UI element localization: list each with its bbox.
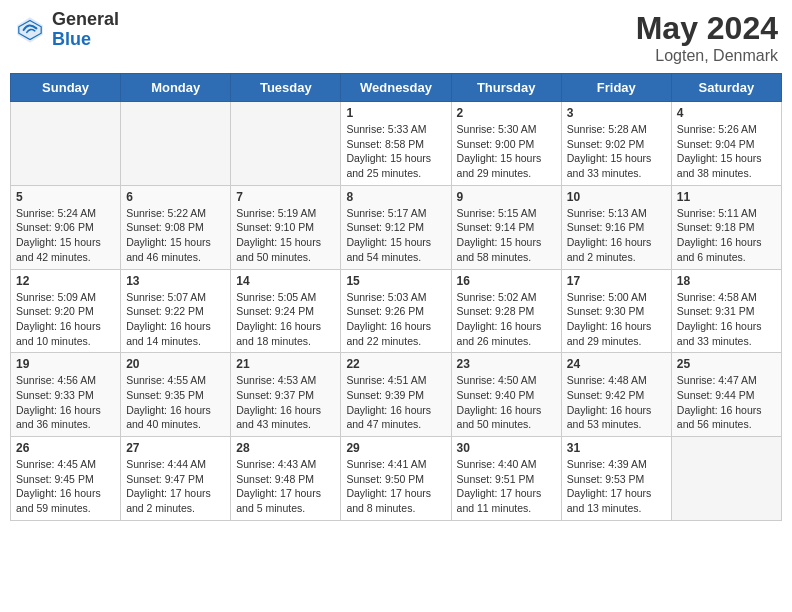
day-number: 25 (677, 357, 776, 371)
calendar-cell: 21Sunrise: 4:53 AM Sunset: 9:37 PM Dayli… (231, 353, 341, 437)
day-info: Sunrise: 4:50 AM Sunset: 9:40 PM Dayligh… (457, 373, 556, 432)
calendar-cell: 3Sunrise: 5:28 AM Sunset: 9:02 PM Daylig… (561, 102, 671, 186)
day-number: 3 (567, 106, 666, 120)
day-info: Sunrise: 4:43 AM Sunset: 9:48 PM Dayligh… (236, 457, 335, 516)
day-number: 23 (457, 357, 556, 371)
day-number: 24 (567, 357, 666, 371)
calendar-cell: 17Sunrise: 5:00 AM Sunset: 9:30 PM Dayli… (561, 269, 671, 353)
day-info: Sunrise: 5:17 AM Sunset: 9:12 PM Dayligh… (346, 206, 445, 265)
day-number: 26 (16, 441, 115, 455)
day-number: 17 (567, 274, 666, 288)
day-number: 22 (346, 357, 445, 371)
day-number: 6 (126, 190, 225, 204)
title-block: May 2024 Logten, Denmark (636, 10, 778, 65)
day-info: Sunrise: 5:03 AM Sunset: 9:26 PM Dayligh… (346, 290, 445, 349)
day-info: Sunrise: 5:05 AM Sunset: 9:24 PM Dayligh… (236, 290, 335, 349)
calendar-cell: 28Sunrise: 4:43 AM Sunset: 9:48 PM Dayli… (231, 437, 341, 521)
calendar-cell: 1Sunrise: 5:33 AM Sunset: 8:58 PM Daylig… (341, 102, 451, 186)
calendar-header: SundayMondayTuesdayWednesdayThursdayFrid… (11, 74, 782, 102)
day-info: Sunrise: 5:07 AM Sunset: 9:22 PM Dayligh… (126, 290, 225, 349)
week-row-2: 5Sunrise: 5:24 AM Sunset: 9:06 PM Daylig… (11, 185, 782, 269)
calendar-cell: 5Sunrise: 5:24 AM Sunset: 9:06 PM Daylig… (11, 185, 121, 269)
calendar-cell: 2Sunrise: 5:30 AM Sunset: 9:00 PM Daylig… (451, 102, 561, 186)
day-number: 27 (126, 441, 225, 455)
logo-text: General Blue (52, 10, 119, 50)
day-header-friday: Friday (561, 74, 671, 102)
day-info: Sunrise: 5:13 AM Sunset: 9:16 PM Dayligh… (567, 206, 666, 265)
calendar-cell: 16Sunrise: 5:02 AM Sunset: 9:28 PM Dayli… (451, 269, 561, 353)
day-info: Sunrise: 5:09 AM Sunset: 9:20 PM Dayligh… (16, 290, 115, 349)
day-number: 21 (236, 357, 335, 371)
day-number: 2 (457, 106, 556, 120)
week-row-1: 1Sunrise: 5:33 AM Sunset: 8:58 PM Daylig… (11, 102, 782, 186)
calendar-cell: 15Sunrise: 5:03 AM Sunset: 9:26 PM Dayli… (341, 269, 451, 353)
calendar-table: SundayMondayTuesdayWednesdayThursdayFrid… (10, 73, 782, 521)
day-info: Sunrise: 4:40 AM Sunset: 9:51 PM Dayligh… (457, 457, 556, 516)
day-info: Sunrise: 5:28 AM Sunset: 9:02 PM Dayligh… (567, 122, 666, 181)
day-number: 11 (677, 190, 776, 204)
day-info: Sunrise: 4:39 AM Sunset: 9:53 PM Dayligh… (567, 457, 666, 516)
calendar-cell (671, 437, 781, 521)
calendar-cell: 23Sunrise: 4:50 AM Sunset: 9:40 PM Dayli… (451, 353, 561, 437)
day-number: 7 (236, 190, 335, 204)
calendar-cell (231, 102, 341, 186)
day-info: Sunrise: 4:44 AM Sunset: 9:47 PM Dayligh… (126, 457, 225, 516)
logo-blue: Blue (52, 30, 119, 50)
day-info: Sunrise: 4:53 AM Sunset: 9:37 PM Dayligh… (236, 373, 335, 432)
day-info: Sunrise: 4:48 AM Sunset: 9:42 PM Dayligh… (567, 373, 666, 432)
calendar-cell: 7Sunrise: 5:19 AM Sunset: 9:10 PM Daylig… (231, 185, 341, 269)
calendar-cell: 9Sunrise: 5:15 AM Sunset: 9:14 PM Daylig… (451, 185, 561, 269)
day-header-thursday: Thursday (451, 74, 561, 102)
day-info: Sunrise: 4:47 AM Sunset: 9:44 PM Dayligh… (677, 373, 776, 432)
day-number: 9 (457, 190, 556, 204)
day-number: 16 (457, 274, 556, 288)
calendar-cell: 6Sunrise: 5:22 AM Sunset: 9:08 PM Daylig… (121, 185, 231, 269)
day-number: 30 (457, 441, 556, 455)
calendar-cell: 10Sunrise: 5:13 AM Sunset: 9:16 PM Dayli… (561, 185, 671, 269)
week-row-3: 12Sunrise: 5:09 AM Sunset: 9:20 PM Dayli… (11, 269, 782, 353)
day-header-sunday: Sunday (11, 74, 121, 102)
logo-general: General (52, 10, 119, 30)
day-info: Sunrise: 5:15 AM Sunset: 9:14 PM Dayligh… (457, 206, 556, 265)
day-info: Sunrise: 5:02 AM Sunset: 9:28 PM Dayligh… (457, 290, 556, 349)
day-number: 10 (567, 190, 666, 204)
day-number: 15 (346, 274, 445, 288)
calendar-cell: 19Sunrise: 4:56 AM Sunset: 9:33 PM Dayli… (11, 353, 121, 437)
calendar-cell: 11Sunrise: 5:11 AM Sunset: 9:18 PM Dayli… (671, 185, 781, 269)
logo-icon (14, 14, 46, 46)
day-info: Sunrise: 4:56 AM Sunset: 9:33 PM Dayligh… (16, 373, 115, 432)
calendar-cell: 30Sunrise: 4:40 AM Sunset: 9:51 PM Dayli… (451, 437, 561, 521)
day-header-tuesday: Tuesday (231, 74, 341, 102)
calendar-cell: 12Sunrise: 5:09 AM Sunset: 9:20 PM Dayli… (11, 269, 121, 353)
day-header-monday: Monday (121, 74, 231, 102)
day-info: Sunrise: 5:22 AM Sunset: 9:08 PM Dayligh… (126, 206, 225, 265)
day-info: Sunrise: 5:24 AM Sunset: 9:06 PM Dayligh… (16, 206, 115, 265)
day-header-saturday: Saturday (671, 74, 781, 102)
day-info: Sunrise: 4:55 AM Sunset: 9:35 PM Dayligh… (126, 373, 225, 432)
day-number: 29 (346, 441, 445, 455)
day-number: 4 (677, 106, 776, 120)
month-year: May 2024 (636, 10, 778, 47)
calendar-cell: 25Sunrise: 4:47 AM Sunset: 9:44 PM Dayli… (671, 353, 781, 437)
day-info: Sunrise: 5:26 AM Sunset: 9:04 PM Dayligh… (677, 122, 776, 181)
day-info: Sunrise: 5:11 AM Sunset: 9:18 PM Dayligh… (677, 206, 776, 265)
day-info: Sunrise: 4:41 AM Sunset: 9:50 PM Dayligh… (346, 457, 445, 516)
calendar-cell: 24Sunrise: 4:48 AM Sunset: 9:42 PM Dayli… (561, 353, 671, 437)
day-info: Sunrise: 5:00 AM Sunset: 9:30 PM Dayligh… (567, 290, 666, 349)
calendar-cell: 27Sunrise: 4:44 AM Sunset: 9:47 PM Dayli… (121, 437, 231, 521)
day-info: Sunrise: 5:30 AM Sunset: 9:00 PM Dayligh… (457, 122, 556, 181)
day-number: 13 (126, 274, 225, 288)
calendar-body: 1Sunrise: 5:33 AM Sunset: 8:58 PM Daylig… (11, 102, 782, 521)
day-number: 1 (346, 106, 445, 120)
calendar-cell: 29Sunrise: 4:41 AM Sunset: 9:50 PM Dayli… (341, 437, 451, 521)
location: Logten, Denmark (636, 47, 778, 65)
calendar-cell: 8Sunrise: 5:17 AM Sunset: 9:12 PM Daylig… (341, 185, 451, 269)
calendar-cell: 18Sunrise: 4:58 AM Sunset: 9:31 PM Dayli… (671, 269, 781, 353)
week-row-5: 26Sunrise: 4:45 AM Sunset: 9:45 PM Dayli… (11, 437, 782, 521)
day-number: 14 (236, 274, 335, 288)
day-info: Sunrise: 4:58 AM Sunset: 9:31 PM Dayligh… (677, 290, 776, 349)
day-number: 28 (236, 441, 335, 455)
calendar-cell: 13Sunrise: 5:07 AM Sunset: 9:22 PM Dayli… (121, 269, 231, 353)
calendar-cell: 26Sunrise: 4:45 AM Sunset: 9:45 PM Dayli… (11, 437, 121, 521)
calendar-cell: 14Sunrise: 5:05 AM Sunset: 9:24 PM Dayli… (231, 269, 341, 353)
